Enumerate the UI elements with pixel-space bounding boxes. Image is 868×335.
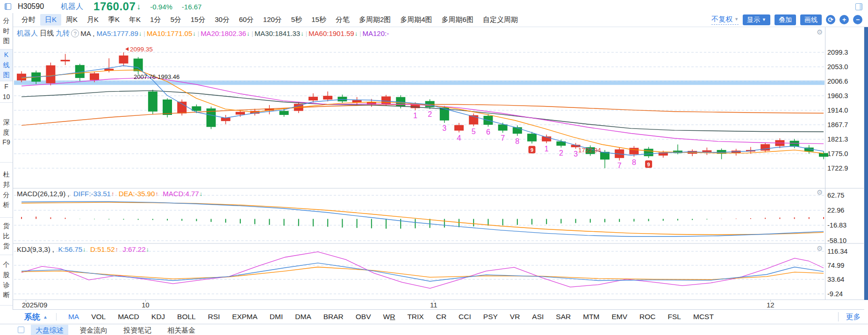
period-tab[interactable]: 多周期4图 <box>395 14 437 26</box>
checkbox[interactable] <box>18 327 24 333</box>
indicator-item[interactable]: SAR <box>550 313 577 321</box>
last-price: 1760.07 <box>93 0 136 13</box>
time-axis: 2025/09101112 <box>13 299 864 310</box>
chart-canvas[interactable]: 机器人 日线 九转?MA , MA5:1777.89↓|MA10:1771.05… <box>13 27 864 299</box>
sidebar-item[interactable]: 深度F9 <box>0 103 13 163</box>
change-percent: -0.94% <box>150 3 172 11</box>
kline-indicator-header: 机器人 日线 九转?MA , MA5:1777.89↓|MA10:1771.05… <box>17 29 389 38</box>
indicator-item[interactable]: MACD <box>112 313 145 321</box>
period-tab[interactable]: 15秒 <box>307 14 331 26</box>
period-tab[interactable]: 分时 <box>17 14 40 26</box>
zoom-out-button[interactable]: − <box>853 15 862 24</box>
indicator-item[interactable]: CCI <box>452 313 477 321</box>
indicator-value: D:51.52 <box>90 245 115 253</box>
indicator-item[interactable]: KDJ <box>145 313 171 321</box>
indicator-item[interactable]: OBV <box>350 313 377 321</box>
svg-text:1960.3: 1960.3 <box>827 92 848 100</box>
gear-icon[interactable]: ⚙ <box>817 188 823 196</box>
period-tab[interactable]: 15分 <box>186 14 210 26</box>
indicator-item[interactable]: ROC <box>633 313 661 321</box>
svg-text:3: 3 <box>442 124 446 132</box>
bottom-tab[interactable]: 投资笔记 <box>119 325 156 335</box>
indicator-value: 日线 <box>38 29 54 38</box>
period-tab[interactable]: 1分 <box>145 14 165 26</box>
period-tab[interactable]: 多周期2图 <box>354 14 395 26</box>
indicator-item[interactable]: MTM <box>577 313 605 321</box>
indicator-item[interactable]: TRIX <box>401 313 430 321</box>
chevron-down-icon: ▼ <box>734 17 739 21</box>
indicator-item[interactable]: DMA <box>289 313 317 321</box>
gear-icon[interactable]: ⚙ <box>817 244 823 252</box>
svg-text:2007.76-1993.46: 2007.76-1993.46 <box>134 73 179 80</box>
sidebar-item[interactable]: 分时图 <box>0 13 13 50</box>
svg-text:-9.24: -9.24 <box>827 290 843 298</box>
time-axis-tick <box>770 300 771 302</box>
indicator-item[interactable]: PSY <box>477 313 504 321</box>
indicator-item[interactable]: EMV <box>606 313 634 321</box>
vertical-scrollbar[interactable] <box>864 27 868 300</box>
period-tab[interactable]: 5秒 <box>287 14 307 26</box>
stock-name[interactable]: 机器人 <box>61 2 83 12</box>
chevron-down-icon: ▼ <box>762 17 766 22</box>
indicator-item[interactable]: VOL <box>85 313 112 321</box>
period-tab[interactable]: 120分 <box>258 14 287 26</box>
display-button[interactable]: 显示 ▼ <box>743 14 770 25</box>
period-tab[interactable]: 日K <box>40 14 61 26</box>
indicator-value: J:67.22 <box>122 245 145 253</box>
indicator-value: ↑ <box>155 190 158 197</box>
indicator-item[interactable]: VR <box>504 313 526 321</box>
adjust-mode-dropdown[interactable]: 不复权 ▼ <box>711 15 739 25</box>
indicator-item[interactable]: DMI <box>264 313 289 321</box>
indicator-item[interactable]: WR <box>377 313 402 321</box>
more-button[interactable]: 更多 <box>846 312 861 322</box>
svg-text:-16.83: -16.83 <box>827 221 846 229</box>
help-icon[interactable]: ? <box>71 29 79 37</box>
overlay-button[interactable]: 叠加 <box>775 14 796 25</box>
indicator-value: ↓ <box>193 30 196 37</box>
sidebar-item[interactable]: 杜邦分析 <box>0 163 13 218</box>
period-tab[interactable]: 月K <box>82 14 103 26</box>
period-tab[interactable]: 年K <box>124 14 145 26</box>
indicator-item[interactable]: CR <box>430 313 452 321</box>
system-menu[interactable]: 系统 ▲ <box>24 312 48 322</box>
indicator-item[interactable]: ASI <box>526 313 550 321</box>
period-tab[interactable]: 自定义周期 <box>478 14 523 26</box>
sidebar-item[interactable]: K线图 <box>0 50 13 81</box>
period-tab[interactable]: 60分 <box>234 14 258 26</box>
change-value: -16.67 <box>182 3 202 11</box>
indicator-item[interactable]: MA <box>62 313 85 321</box>
indicator-item[interactable]: RSI <box>202 313 226 321</box>
zoom-in-button[interactable]: + <box>839 15 849 24</box>
panel-toggle-icon[interactable] <box>855 3 862 10</box>
indicator-item[interactable]: BRAR <box>317 313 350 321</box>
indicator-value <box>159 190 163 198</box>
indicator-item[interactable]: BOLL <box>171 313 202 321</box>
indicator-item[interactable]: FSL <box>662 313 687 321</box>
bottom-tab[interactable]: 相关基金 <box>163 325 200 335</box>
bottom-tab[interactable]: 大盘综述 <box>31 325 68 335</box>
indicator-item[interactable]: MCST <box>687 313 720 321</box>
indicator-value <box>70 190 73 198</box>
refresh-button[interactable]: ⟳ <box>826 15 835 24</box>
period-tab[interactable]: 周K <box>61 14 82 26</box>
indicator-value: ↑ <box>115 246 118 253</box>
indicator-value <box>119 245 122 253</box>
sidebar-item[interactable]: 个股诊断 <box>0 255 13 306</box>
indicator-value <box>54 245 58 253</box>
bottom-tab[interactable]: 资金流向 <box>75 325 112 335</box>
indicator-value: ↓ <box>247 30 250 37</box>
period-tab[interactable]: 5分 <box>165 14 186 26</box>
sidebar-item[interactable]: 货比货 <box>0 218 13 255</box>
indicator-value <box>86 245 90 253</box>
drawline-button[interactable]: 画线 <box>800 14 822 25</box>
period-tab[interactable]: 30分 <box>210 14 234 26</box>
period-tab[interactable]: 多周期6图 <box>437 14 478 26</box>
indicator-value: MA30:1841.33 <box>255 29 301 37</box>
time-axis-tick <box>26 300 26 302</box>
period-tab[interactable]: 分笔 <box>331 14 354 26</box>
sidebar-item[interactable]: F10 <box>0 81 13 103</box>
gear-icon[interactable]: ⚙ <box>817 28 823 36</box>
period-tab[interactable]: 季K <box>103 14 124 26</box>
indicator-item[interactable]: EXPMA <box>226 313 264 321</box>
window-icon[interactable] <box>5 3 11 10</box>
